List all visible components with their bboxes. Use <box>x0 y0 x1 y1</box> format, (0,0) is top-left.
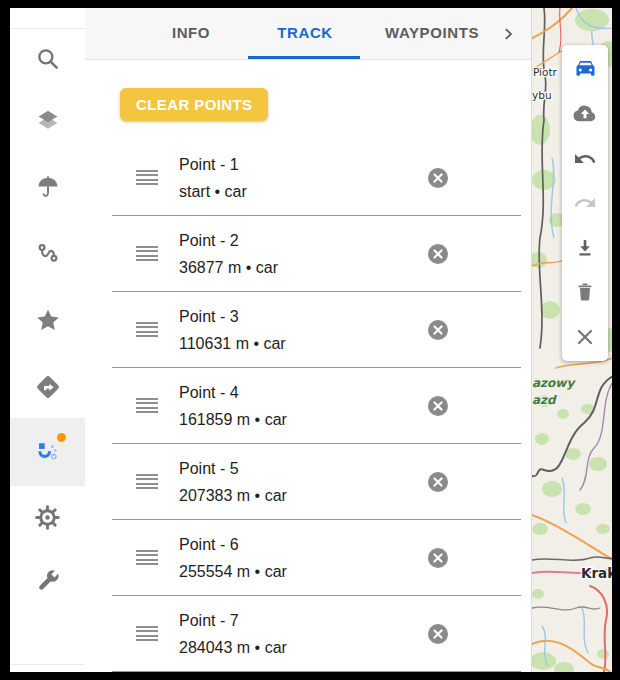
drag-handle-icon[interactable] <box>136 474 158 489</box>
active-tab-indicator <box>248 56 360 59</box>
point-row-4[interactable]: Point - 4 161859 m • car <box>112 368 521 444</box>
point-title: Point - 2 <box>179 227 278 254</box>
drag-handle-icon[interactable] <box>136 246 158 261</box>
undo-button[interactable] <box>565 139 605 179</box>
sidebar-item-directions[interactable] <box>10 359 85 415</box>
close-icon <box>573 325 597 349</box>
point-title: Point - 1 <box>179 151 247 178</box>
track-editor-icon <box>34 439 61 466</box>
directions-icon <box>34 373 62 401</box>
point-row-7[interactable]: Point - 7 284043 m • car <box>112 596 521 672</box>
map-label: Krak <box>581 565 612 581</box>
sidebar-item-layers[interactable] <box>10 92 85 148</box>
notification-dot <box>57 433 66 442</box>
point-title: Point - 4 <box>179 379 287 406</box>
close-icon <box>433 553 443 563</box>
sidebar <box>10 8 86 672</box>
drag-handle-icon[interactable] <box>136 550 158 565</box>
sidebar-item-bookmarks[interactable] <box>10 292 85 348</box>
map-label: azd <box>532 393 557 407</box>
delete-point-button[interactable] <box>428 624 448 644</box>
tab-info[interactable]: INFO <box>160 8 222 57</box>
drag-handle-icon[interactable] <box>136 322 158 337</box>
track-edit-toolbar <box>562 45 608 361</box>
point-list: Point - 1 start • car Point - 2 36877 m … <box>112 140 521 672</box>
chevron-right-icon <box>499 25 517 43</box>
close-icon <box>433 401 443 411</box>
car-icon <box>572 56 599 83</box>
download-icon <box>573 236 597 260</box>
routing-mode-car-button[interactable] <box>565 50 605 90</box>
point-row-5[interactable]: Point - 5 207383 m • car <box>112 444 521 520</box>
delete-point-button[interactable] <box>428 548 448 568</box>
point-row-3[interactable]: Point - 3 110631 m • car <box>112 292 521 368</box>
point-title: Point - 6 <box>179 531 287 558</box>
close-icon <box>433 629 443 639</box>
download-track-button[interactable] <box>565 228 605 268</box>
point-subtitle: start • car <box>179 178 247 205</box>
close-toolbar-button[interactable] <box>565 317 605 357</box>
app-window: INFO TRACK WAYPOINTS CLEAR POINTS Point … <box>10 8 612 672</box>
point-subtitle: 161859 m • car <box>179 406 287 433</box>
track-panel: CLEAR POINTS Point - 1 start • car <box>85 60 531 672</box>
sidebar-item-weather[interactable] <box>10 159 85 215</box>
undo-icon <box>573 147 597 171</box>
map-label: azowy <box>532 376 576 390</box>
map-label: ybu <box>532 89 552 101</box>
redo-button[interactable] <box>565 183 605 223</box>
point-subtitle: 110631 m • car <box>179 330 286 357</box>
point-title: Point - 3 <box>179 303 286 330</box>
cloud-upload-icon <box>571 100 599 128</box>
delete-point-button[interactable] <box>428 396 448 416</box>
sidebar-divider <box>10 664 85 665</box>
star-icon <box>34 306 62 334</box>
sidebar-item-search[interactable] <box>10 31 85 87</box>
drag-handle-icon[interactable] <box>136 170 158 185</box>
tab-track[interactable]: TRACK <box>273 8 337 57</box>
delete-point-button[interactable] <box>428 244 448 264</box>
close-icon <box>433 173 443 183</box>
drag-handle-icon[interactable] <box>136 626 158 641</box>
clear-points-button[interactable]: CLEAR POINTS <box>120 88 268 121</box>
close-icon <box>433 325 443 335</box>
delete-track-button[interactable] <box>565 272 605 312</box>
drag-handle-icon[interactable] <box>136 398 158 413</box>
delete-point-button[interactable] <box>428 320 448 340</box>
search-icon <box>35 46 61 72</box>
delete-point-button[interactable] <box>428 168 448 188</box>
redo-icon <box>573 191 597 215</box>
settings-icon <box>34 504 61 531</box>
tab-waypoints[interactable]: WAYPOINTS <box>380 8 484 57</box>
tools-icon <box>34 567 61 594</box>
sidebar-divider <box>10 28 85 29</box>
point-title: Point - 7 <box>179 607 287 634</box>
close-icon <box>433 249 443 259</box>
point-row-2[interactable]: Point - 2 36877 m • car <box>112 216 521 292</box>
point-subtitle: 284043 m • car <box>179 634 287 661</box>
umbrella-icon <box>35 174 61 200</box>
trash-icon <box>573 280 597 304</box>
upload-track-button[interactable] <box>565 94 605 134</box>
sidebar-item-track-editor[interactable] <box>10 418 85 486</box>
point-subtitle: 255554 m • car <box>179 558 287 585</box>
delete-point-button[interactable] <box>428 472 448 492</box>
point-subtitle: 36877 m • car <box>179 254 278 281</box>
point-row-6[interactable]: Point - 6 255554 m • car <box>112 520 521 596</box>
more-tabs-button[interactable] <box>497 23 519 45</box>
panel-tab-bar: INFO TRACK WAYPOINTS <box>85 8 531 60</box>
point-subtitle: 207383 m • car <box>179 482 287 509</box>
sidebar-item-tracks[interactable] <box>10 225 85 281</box>
route-icon <box>35 240 61 266</box>
close-icon <box>433 477 443 487</box>
map-label: Piotr <box>533 66 558 78</box>
sidebar-item-tools[interactable] <box>10 552 85 608</box>
layers-icon <box>34 106 62 134</box>
point-row-1[interactable]: Point - 1 start • car <box>112 140 521 216</box>
sidebar-item-settings[interactable] <box>10 489 85 545</box>
point-title: Point - 5 <box>179 455 287 482</box>
